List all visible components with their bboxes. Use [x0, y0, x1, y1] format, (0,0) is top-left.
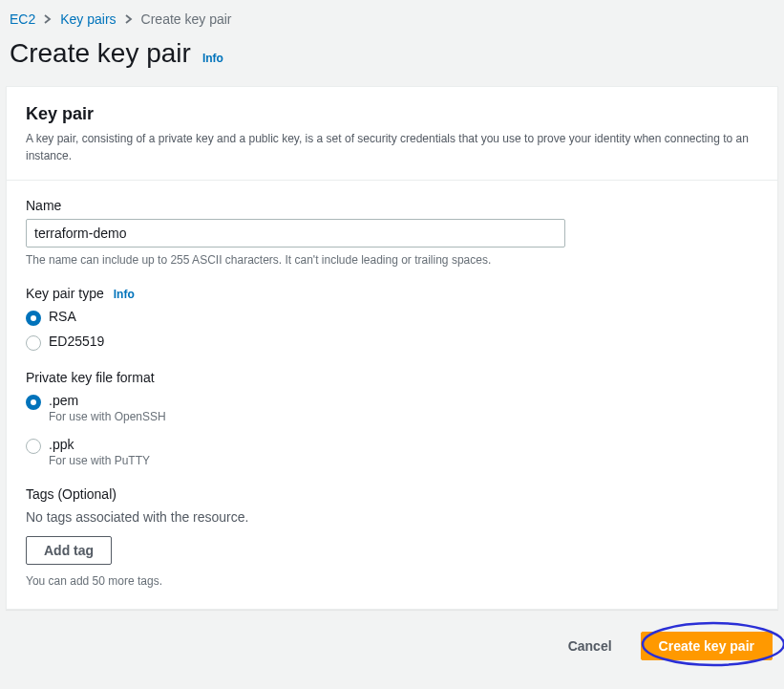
radio-label: .ppk — [49, 437, 150, 452]
info-link[interactable]: Info — [202, 52, 223, 65]
tags-hint: You can add 50 more tags. — [26, 574, 758, 588]
radio-input[interactable] — [26, 439, 41, 454]
tags-label: Tags (Optional) — [26, 486, 117, 502]
radio-option-ed25519[interactable]: ED25519 — [26, 334, 758, 351]
format-label: Private key file format — [26, 370, 155, 385]
type-label: Key pair type — [26, 286, 104, 301]
panel-body: Name The name can include up to 255 ASCI… — [7, 181, 777, 609]
add-tag-button[interactable]: Add tag — [26, 536, 112, 565]
panel-header: Key pair A key pair, consisting of a pri… — [7, 87, 777, 181]
breadcrumb: EC2 Key pairs Create key pair — [0, 0, 784, 34]
footer-actions: Cancel Create key pair — [0, 610, 784, 671]
panel-description: A key pair, consisting of a private key … — [26, 130, 758, 164]
key-pair-type-group: Key pair type Info RSA ED25519 — [26, 286, 758, 351]
tags-text: No tags associated with the resource. — [26, 509, 758, 525]
tags-group: Tags (Optional) No tags associated with … — [26, 486, 758, 525]
name-group: Name The name can include up to 255 ASCI… — [26, 198, 758, 267]
radio-label: ED25519 — [49, 334, 104, 349]
radio-input[interactable] — [26, 395, 41, 410]
radio-option-ppk[interactable]: .ppk For use with PuTTY — [26, 437, 758, 467]
radio-sublabel: For use with OpenSSH — [49, 410, 166, 423]
radio-label: .pem — [49, 393, 166, 408]
file-format-group: Private key file format .pem For use wit… — [26, 370, 758, 467]
radio-input[interactable] — [26, 311, 41, 326]
create-key-pair-button[interactable]: Create key pair — [641, 632, 773, 660]
page-title-row: Create key pair Info — [0, 34, 784, 86]
info-link[interactable]: Info — [114, 288, 135, 301]
panel-title: Key pair — [26, 104, 758, 124]
radio-option-rsa[interactable]: RSA — [26, 309, 758, 326]
radio-sublabel: For use with PuTTY — [49, 454, 150, 467]
chevron-right-icon — [124, 11, 134, 27]
chevron-right-icon — [43, 11, 53, 27]
key-pair-panel: Key pair A key pair, consisting of a pri… — [6, 86, 778, 610]
breadcrumb-current: Create key pair — [141, 11, 232, 27]
radio-label: RSA — [49, 309, 76, 324]
radio-input[interactable] — [26, 335, 41, 351]
breadcrumb-link-keypairs[interactable]: Key pairs — [60, 11, 116, 27]
radio-option-pem[interactable]: .pem For use with OpenSSH — [26, 393, 758, 423]
page-title: Create key pair — [10, 38, 191, 69]
name-label: Name — [26, 198, 61, 213]
name-input[interactable] — [26, 219, 565, 248]
breadcrumb-link-ec2[interactable]: EC2 — [10, 11, 35, 27]
name-hint: The name can include up to 255 ASCII cha… — [26, 253, 758, 267]
cancel-button[interactable]: Cancel — [549, 631, 631, 661]
